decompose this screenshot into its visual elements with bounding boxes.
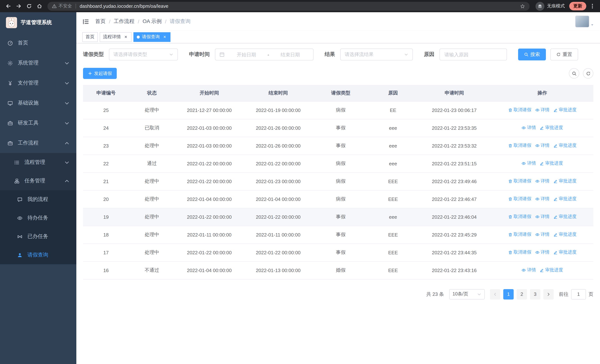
table-row[interactable]: 25处理中2021-12-27 00:00:002022-01-19 00:00… [83,101,593,119]
action-取消请假[interactable]: 取消请假 [508,196,531,202]
sidebar-logo[interactable]: 芋道管理系统 [0,12,76,33]
home-icon[interactable] [34,1,45,11]
table-row[interactable]: 24已取消2022-01-03 00:00:002022-01-26 00:00… [83,119,593,137]
next-page-button[interactable] [543,289,554,299]
sidebar-item-工作流程[interactable]: 工作流程 [0,133,76,153]
action-审批进度[interactable]: 审批进度 [540,160,563,167]
reset-button[interactable]: 重置 [550,48,578,60]
edit-icon [553,108,558,112]
close-icon[interactable] [123,34,128,39]
action-详情[interactable]: 详情 [535,107,550,113]
action-取消请假[interactable]: 取消请假 [508,249,531,256]
cell-id: 17 [83,243,129,261]
close-icon[interactable] [162,34,167,39]
security-indicator[interactable]: 不安全 [52,3,72,9]
sidebar-item-首页[interactable]: 首页 [0,33,76,53]
home-icon [37,3,42,9]
bookmark-star-icon[interactable] [520,3,525,9]
close-icon [163,35,166,38]
table-row[interactable]: 18处理中2022-01-11 00:00:002022-01-11 00:00… [83,226,593,243]
action-详情[interactable]: 详情 [522,267,536,273]
action-审批进度[interactable]: 审批进度 [553,142,577,149]
action-取消请假[interactable]: 取消请假 [508,232,531,238]
search-button[interactable]: 搜索 [518,48,546,60]
apply-time-range-picker[interactable]: - [215,48,314,60]
action-审批进度[interactable]: 审批进度 [553,107,577,113]
refresh-table-button[interactable] [583,68,593,79]
search-button-label: 搜索 [530,51,540,58]
action-详情[interactable]: 详情 [522,160,536,167]
action-详情[interactable]: 详情 [535,178,550,184]
action-详情[interactable]: 详情 [535,214,550,220]
forward-icon[interactable] [13,1,24,11]
sidebar-item-请假查询[interactable]: 请假查询 [0,246,76,264]
page-size-select[interactable]: 10条/页 [449,289,485,299]
sidebar-item-系统管理[interactable]: 系统管理 [0,53,76,73]
breadcrumb-item[interactable]: OA 示例 [143,18,162,25]
table-row[interactable]: 22通过2022-01-22 00:00:002022-01-22 00:00:… [83,155,593,172]
create-leave-button[interactable]: 发起请假 [83,68,117,79]
table-row[interactable]: 16不通过2022-01-04 00:00:002022-01-13 00:00… [83,261,593,279]
page-button-2[interactable]: 2 [517,289,527,299]
action-审批进度[interactable]: 审批进度 [553,214,577,220]
back-icon[interactable] [3,1,13,11]
action-label: 审批进度 [559,142,577,149]
user-menu[interactable] [575,16,594,28]
page-button-1[interactable]: 1 [503,289,514,299]
action-详情[interactable]: 详情 [535,196,550,202]
action-审批进度[interactable]: 审批进度 [553,232,577,238]
address-bar[interactable]: 不安全 dashboard.yudao.iocoder.cn/bpm/oa/le… [47,2,530,10]
table-row[interactable]: 19处理中2022-01-22 00:00:002022-01-22 00:00… [83,208,593,226]
result-select[interactable]: 请选择流结果 [340,48,413,60]
table-row[interactable]: 20处理中2022-01-04 00:00:002022-01-04 00:00… [83,190,593,208]
search-icon [572,71,576,76]
start-date-input[interactable] [227,51,265,58]
action-审批进度[interactable]: 审批进度 [540,267,563,273]
action-审批进度[interactable]: 审批进度 [553,178,577,184]
incognito-indicator[interactable]: 无痕模式 [535,2,565,10]
update-button[interactable]: 更新 [569,2,586,10]
end-date-input[interactable] [271,51,309,58]
breadcrumb-item[interactable]: 工作流程 [114,18,134,25]
table-body: 25处理中2021-12-27 00:00:002022-01-19 00:00… [83,101,593,279]
sidebar-item-支付管理[interactable]: 支付管理 [0,73,76,93]
leave-type-select[interactable]: 请选择请假类型 [109,48,178,60]
column-header: 申请编号 [83,85,129,101]
action-详情[interactable]: 详情 [535,232,550,238]
action-详情[interactable]: 详情 [522,125,536,131]
cell-type: 事假 [313,243,369,261]
sidebar-item-已办任务[interactable]: 已办任务 [0,227,76,246]
sidebar-item-基础设施[interactable]: 基础设施 [0,93,76,113]
action-审批进度[interactable]: 审批进度 [553,249,577,256]
tab-请假查询[interactable]: 请假查询 [133,32,170,42]
action-取消请假[interactable]: 取消请假 [508,178,531,184]
action-取消请假[interactable]: 取消请假 [508,142,531,149]
hamburger-icon[interactable] [82,18,89,25]
page-button-3[interactable]: 3 [530,289,540,299]
cell-actions: 取消请假详情审批进度 [491,190,593,208]
goto-page-input[interactable] [571,289,586,299]
browser-menu-icon[interactable] [588,3,597,9]
table-row[interactable]: 21处理中2022-01-22 00:00:002022-01-23 00:00… [83,172,593,190]
action-详情[interactable]: 详情 [535,249,550,256]
sidebar-item-我的流程[interactable]: 我的流程 [0,190,76,209]
sidebar-item-研发工具[interactable]: 研发工具 [0,113,76,133]
action-审批进度[interactable]: 审批进度 [553,196,577,202]
action-取消请假[interactable]: 取消请假 [508,107,531,113]
reload-icon[interactable] [24,1,34,11]
action-取消请假[interactable]: 取消请假 [508,214,531,220]
result-placeholder: 请选择流结果 [345,51,374,58]
breadcrumb-item[interactable]: 首页 [95,18,106,25]
action-审批进度[interactable]: 审批进度 [540,125,563,131]
sidebar-item-待办任务[interactable]: 待办任务 [0,209,76,227]
action-详情[interactable]: 详情 [535,142,550,149]
tab-首页[interactable]: 首页 [82,32,98,42]
prev-page-button[interactable] [490,289,500,299]
toggle-search-button[interactable] [569,68,579,79]
sidebar-item-任务管理[interactable]: 任务管理 [0,172,76,190]
table-row[interactable]: 17处理中2022-01-22 00:00:002022-01-22 00:00… [83,243,593,261]
tab-流程详情[interactable]: 流程详情 [100,32,131,42]
reason-input[interactable] [440,52,506,57]
sidebar-item-流程管理[interactable]: 流程管理 [0,153,76,172]
table-row[interactable]: 23处理中2022-01-03 00:00:002022-01-26 00:00… [83,137,593,155]
